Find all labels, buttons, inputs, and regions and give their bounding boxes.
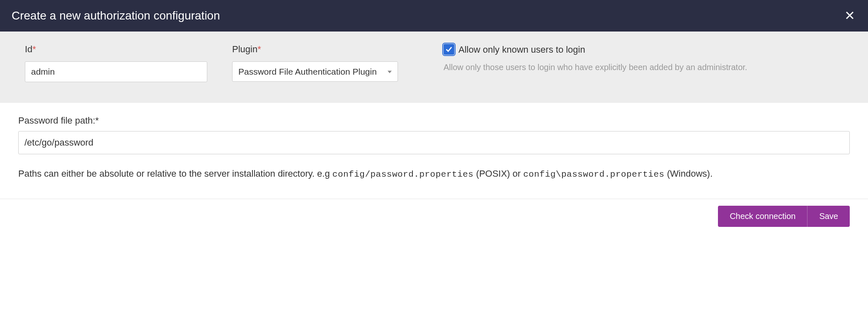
modal-header: Create a new authorization configuration (0, 0, 868, 32)
allow-known-help: Allow only those users to login who have… (444, 61, 843, 73)
check-icon (445, 46, 453, 53)
allow-known-checkbox[interactable] (444, 44, 454, 55)
allow-known-group: Allow only known users to login Allow on… (423, 44, 843, 82)
id-required-marker: * (32, 44, 36, 54)
help-code-posix: config/password.properties (332, 170, 474, 179)
plugin-label: Plugin* (232, 44, 398, 55)
plugin-required-marker: * (257, 44, 261, 54)
upper-form-section: Id* Plugin* Password File Authentication… (0, 32, 868, 103)
password-path-input[interactable] (18, 131, 850, 154)
plugin-label-text: Plugin (232, 44, 257, 54)
lower-form-section: Password file path:* Paths can either be… (0, 103, 868, 199)
id-label-text: Id (25, 44, 32, 54)
id-field-group: Id* (25, 44, 207, 82)
close-icon (846, 9, 854, 22)
help-suffix: (Windows). (664, 168, 713, 179)
close-button[interactable] (843, 10, 856, 22)
check-connection-button[interactable]: Check connection (718, 206, 807, 227)
auth-config-modal: Create a new authorization configuration… (0, 0, 868, 234)
password-path-help: Paths can either be absolute or relative… (18, 166, 850, 182)
plugin-select[interactable]: Password File Authentication Plugin (232, 61, 398, 82)
id-input[interactable] (25, 61, 207, 82)
help-code-windows: config\password.properties (523, 170, 664, 179)
save-button[interactable]: Save (807, 206, 850, 227)
id-label: Id* (25, 44, 207, 55)
checkbox-row: Allow only known users to login (444, 44, 843, 56)
footer-button-group: Check connection Save (718, 206, 850, 227)
modal-footer: Check connection Save (0, 199, 868, 234)
modal-title: Create a new authorization configuration (12, 9, 220, 22)
password-path-label: Password file path:* (18, 115, 850, 126)
plugin-select-wrapper: Password File Authentication Plugin (232, 61, 398, 82)
allow-known-label: Allow only known users to login (458, 44, 585, 56)
help-mid: (POSIX) or (473, 168, 523, 179)
help-prefix: Paths can either be absolute or relative… (18, 168, 332, 179)
plugin-field-group: Plugin* Password File Authentication Plu… (232, 44, 398, 82)
